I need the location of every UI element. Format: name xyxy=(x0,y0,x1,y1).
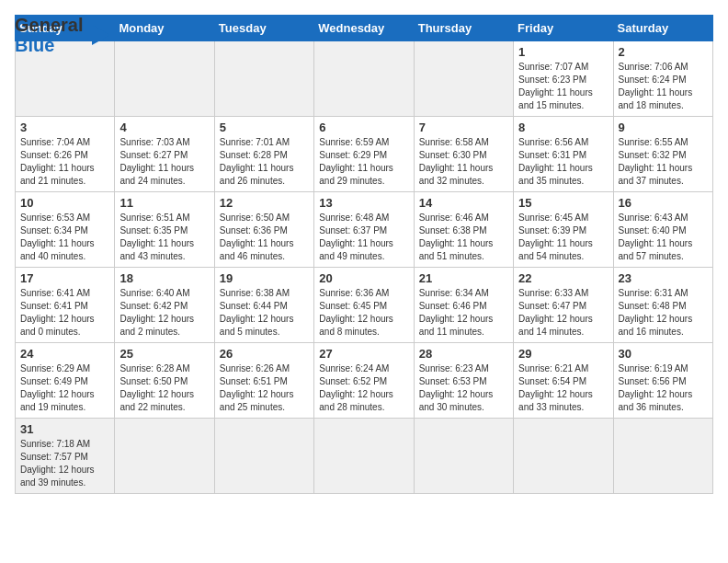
day-number: 14 xyxy=(419,196,508,210)
day-number: 16 xyxy=(619,196,708,210)
calendar-day-cell: 3Sunrise: 7:04 AM Sunset: 6:26 PM Daylig… xyxy=(16,117,115,192)
calendar-week-row: 10Sunrise: 6:53 AM Sunset: 6:34 PM Dayli… xyxy=(16,192,713,268)
day-info: Sunrise: 6:45 AM Sunset: 6:39 PM Dayligh… xyxy=(518,212,608,263)
svg-marker-3 xyxy=(92,25,110,45)
calendar-day-cell: 25Sunrise: 6:28 AM Sunset: 6:50 PM Dayli… xyxy=(115,343,214,419)
day-info: Sunrise: 6:43 AM Sunset: 6:40 PM Dayligh… xyxy=(619,212,708,263)
calendar-day-cell: 18Sunrise: 6:40 AM Sunset: 6:42 PM Dayli… xyxy=(115,268,214,343)
calendar-day-cell: 12Sunrise: 6:50 AM Sunset: 6:36 PM Dayli… xyxy=(214,192,313,268)
calendar-day-cell xyxy=(214,41,313,117)
day-info: Sunrise: 6:21 AM Sunset: 6:54 PM Dayligh… xyxy=(518,362,608,414)
calendar-day-cell: 1Sunrise: 7:07 AM Sunset: 6:23 PM Daylig… xyxy=(514,41,613,117)
calendar-day-cell: 31Sunrise: 7:18 AM Sunset: 7:57 PM Dayli… xyxy=(16,419,115,494)
day-number: 23 xyxy=(619,271,708,285)
day-info: Sunrise: 7:07 AM Sunset: 6:23 PM Dayligh… xyxy=(518,61,608,112)
calendar-day-cell: 16Sunrise: 6:43 AM Sunset: 6:40 PM Dayli… xyxy=(613,192,712,268)
day-info: Sunrise: 6:34 AM Sunset: 6:46 PM Dayligh… xyxy=(419,287,508,339)
day-number: 25 xyxy=(119,347,209,361)
day-number: 4 xyxy=(119,121,209,134)
calendar-day-cell: 17Sunrise: 6:41 AM Sunset: 6:41 PM Dayli… xyxy=(16,268,115,343)
day-info: Sunrise: 6:50 AM Sunset: 6:36 PM Dayligh… xyxy=(220,212,309,263)
day-number: 29 xyxy=(518,347,608,361)
day-number: 12 xyxy=(220,196,309,210)
calendar-day-cell xyxy=(514,419,613,494)
calendar-table: SundayMondayTuesdayWednesdayThursdayFrid… xyxy=(15,15,713,494)
weekday-header-wednesday: Wednesday xyxy=(314,16,414,41)
day-number: 1 xyxy=(518,45,608,59)
day-info: Sunrise: 6:40 AM Sunset: 6:42 PM Dayligh… xyxy=(119,287,209,339)
day-number: 20 xyxy=(319,271,408,285)
calendar-day-cell: 26Sunrise: 6:26 AM Sunset: 6:51 PM Dayli… xyxy=(214,343,313,419)
calendar-day-cell: 9Sunrise: 6:55 AM Sunset: 6:32 PM Daylig… xyxy=(613,117,712,192)
day-info: Sunrise: 6:28 AM Sunset: 6:50 PM Dayligh… xyxy=(119,362,209,414)
calendar-day-cell xyxy=(115,41,214,117)
calendar-day-cell: 11Sunrise: 6:51 AM Sunset: 6:35 PM Dayli… xyxy=(115,192,214,268)
calendar-day-cell: 8Sunrise: 6:56 AM Sunset: 6:31 PM Daylig… xyxy=(514,117,613,192)
day-info: Sunrise: 6:53 AM Sunset: 6:34 PM Dayligh… xyxy=(20,212,109,263)
day-info: Sunrise: 6:55 AM Sunset: 6:32 PM Dayligh… xyxy=(619,136,708,188)
calendar-day-cell: 15Sunrise: 6:45 AM Sunset: 6:39 PM Dayli… xyxy=(514,192,613,268)
day-number: 22 xyxy=(518,271,608,285)
calendar-day-cell: 2Sunrise: 7:06 AM Sunset: 6:24 PM Daylig… xyxy=(613,41,712,117)
day-number: 24 xyxy=(20,347,109,361)
calendar-day-cell: 23Sunrise: 6:31 AM Sunset: 6:48 PM Dayli… xyxy=(613,268,712,343)
day-number: 10 xyxy=(20,196,109,210)
calendar-day-cell: 4Sunrise: 7:03 AM Sunset: 6:27 PM Daylig… xyxy=(115,117,214,192)
calendar-day-cell xyxy=(414,41,513,117)
day-info: Sunrise: 6:36 AM Sunset: 6:45 PM Dayligh… xyxy=(319,287,408,339)
calendar-week-row: 1Sunrise: 7:07 AM Sunset: 6:23 PM Daylig… xyxy=(16,41,713,117)
calendar-day-cell xyxy=(314,419,414,494)
day-number: 6 xyxy=(319,121,408,134)
day-info: Sunrise: 6:58 AM Sunset: 6:30 PM Dayligh… xyxy=(419,136,508,188)
day-info: Sunrise: 6:23 AM Sunset: 6:53 PM Dayligh… xyxy=(419,362,508,414)
day-number: 26 xyxy=(220,347,309,361)
calendar-day-cell: 6Sunrise: 6:59 AM Sunset: 6:29 PM Daylig… xyxy=(314,117,414,192)
day-number: 19 xyxy=(220,271,309,285)
weekday-header-friday: Friday xyxy=(514,16,613,41)
calendar-day-cell: 24Sunrise: 6:29 AM Sunset: 6:49 PM Dayli… xyxy=(16,343,115,419)
day-number: 5 xyxy=(220,121,309,134)
day-number: 17 xyxy=(20,271,109,285)
logo-blue-text: Blue xyxy=(15,35,54,55)
day-number: 9 xyxy=(619,121,708,134)
calendar-week-row: 31Sunrise: 7:18 AM Sunset: 7:57 PM Dayli… xyxy=(16,419,713,494)
day-number: 27 xyxy=(319,347,408,361)
weekday-header-saturday: Saturday xyxy=(613,16,712,41)
weekday-header-monday: Monday xyxy=(115,16,214,41)
day-info: Sunrise: 6:33 AM Sunset: 6:47 PM Dayligh… xyxy=(518,287,608,339)
day-info: Sunrise: 6:59 AM Sunset: 6:29 PM Dayligh… xyxy=(319,136,408,188)
day-info: Sunrise: 7:04 AM Sunset: 6:26 PM Dayligh… xyxy=(20,136,109,188)
day-number: 8 xyxy=(518,121,608,134)
day-info: Sunrise: 7:03 AM Sunset: 6:27 PM Dayligh… xyxy=(119,136,209,188)
day-info: Sunrise: 6:46 AM Sunset: 6:38 PM Dayligh… xyxy=(419,212,508,263)
calendar-day-cell xyxy=(115,419,214,494)
logo-triangle-icon xyxy=(85,21,112,49)
day-number: 18 xyxy=(119,271,209,285)
day-info: Sunrise: 7:01 AM Sunset: 6:28 PM Dayligh… xyxy=(220,136,309,188)
calendar-day-cell: 5Sunrise: 7:01 AM Sunset: 6:28 PM Daylig… xyxy=(214,117,313,192)
calendar-header-row: SundayMondayTuesdayWednesdayThursdayFrid… xyxy=(16,16,713,41)
calendar-day-cell: 21Sunrise: 6:34 AM Sunset: 6:46 PM Dayli… xyxy=(414,268,513,343)
calendar-day-cell: 27Sunrise: 6:24 AM Sunset: 6:52 PM Dayli… xyxy=(314,343,414,419)
day-number: 21 xyxy=(419,271,508,285)
calendar-day-cell: 28Sunrise: 6:23 AM Sunset: 6:53 PM Dayli… xyxy=(414,343,513,419)
calendar-day-cell: 30Sunrise: 6:19 AM Sunset: 6:56 PM Dayli… xyxy=(613,343,712,419)
day-info: Sunrise: 6:29 AM Sunset: 6:49 PM Dayligh… xyxy=(20,362,109,414)
calendar-day-cell: 10Sunrise: 6:53 AM Sunset: 6:34 PM Dayli… xyxy=(16,192,115,268)
calendar-day-cell xyxy=(214,419,313,494)
logo-general-text: General xyxy=(15,15,83,35)
day-info: Sunrise: 7:06 AM Sunset: 6:24 PM Dayligh… xyxy=(619,61,708,112)
calendar-day-cell xyxy=(314,41,414,117)
calendar-day-cell: 22Sunrise: 6:33 AM Sunset: 6:47 PM Dayli… xyxy=(514,268,613,343)
calendar-day-cell xyxy=(414,419,513,494)
day-number: 28 xyxy=(419,347,508,361)
day-info: Sunrise: 6:51 AM Sunset: 6:35 PM Dayligh… xyxy=(119,212,209,263)
weekday-header-tuesday: Tuesday xyxy=(214,16,313,41)
day-info: Sunrise: 7:18 AM Sunset: 7:57 PM Dayligh… xyxy=(20,438,109,489)
day-info: Sunrise: 6:56 AM Sunset: 6:31 PM Dayligh… xyxy=(518,136,608,188)
day-info: Sunrise: 6:26 AM Sunset: 6:51 PM Dayligh… xyxy=(220,362,309,414)
logo-text-container: General Blue xyxy=(15,15,83,55)
calendar-day-cell xyxy=(613,419,712,494)
day-number: 15 xyxy=(518,196,608,210)
day-info: Sunrise: 6:41 AM Sunset: 6:41 PM Dayligh… xyxy=(20,287,109,339)
